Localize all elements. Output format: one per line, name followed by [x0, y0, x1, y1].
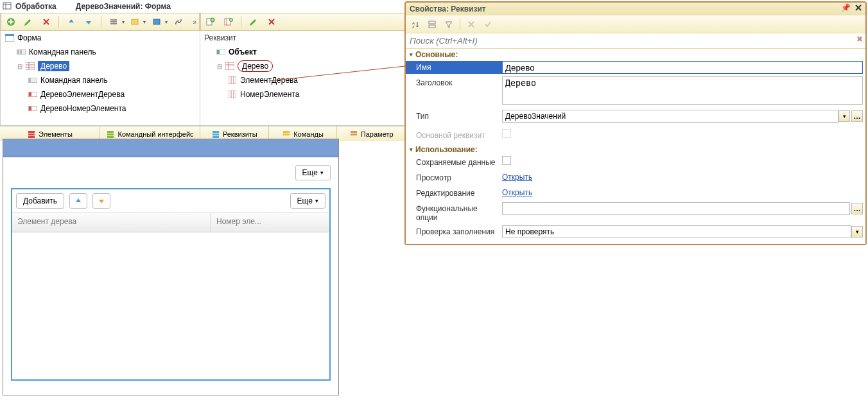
dropdown-icon: ▾ — [315, 198, 318, 204]
svg-rect-0 — [3, 3, 11, 9]
svg-rect-50 — [283, 134, 290, 135]
prop-check-label: Проверка заполнения — [406, 225, 502, 238]
search-input[interactable] — [406, 33, 865, 48]
section-main[interactable]: Основные: — [406, 49, 865, 60]
prop-name-input[interactable] — [502, 61, 863, 74]
add-col-button[interactable] — [221, 15, 236, 29]
svg-rect-5 — [110, 21, 117, 22]
stack-icon — [349, 130, 358, 139]
table-body[interactable] — [12, 232, 329, 379]
prop-func-label: Функциональные опции — [406, 202, 502, 224]
prop-title-input[interactable] — [502, 76, 863, 105]
edit-link[interactable]: Открыть — [502, 187, 532, 198]
func-select[interactable] — [502, 202, 850, 215]
dropdown-button[interactable]: ▾ — [838, 110, 850, 122]
tree-item-object[interactable]: Объект — [200, 45, 405, 59]
ellipsis-button[interactable]: … — [851, 203, 863, 214]
svg-rect-52 — [351, 134, 357, 135]
properties-panel: Свойства: Реквизит 📌 AZ ✖ Основные: Имя … — [404, 1, 867, 245]
table-icon — [25, 62, 35, 71]
pin-button[interactable]: 📌 — [840, 3, 851, 13]
categories-button[interactable] — [425, 17, 439, 31]
check-select[interactable]: Не проверять — [502, 225, 851, 238]
field-icon — [28, 104, 38, 113]
dropdown-icon[interactable]: ▾ — [122, 19, 125, 25]
svg-rect-46 — [213, 131, 219, 133]
select-value: Не проверять — [505, 227, 554, 236]
move-up-button[interactable] — [64, 15, 78, 29]
tab-params[interactable]: Параметр — [337, 126, 406, 141]
close-button[interactable] — [853, 3, 864, 13]
tree-label: Объект — [229, 48, 257, 56]
mainreq-checkbox — [502, 129, 511, 138]
ellipsis-button[interactable]: … — [851, 110, 863, 122]
panel-blue-button[interactable] — [150, 15, 164, 29]
table-icon — [225, 62, 235, 71]
tree-item-tree[interactable]: ⊟ Дерево — [1, 59, 200, 73]
column-header-element[interactable]: Элемент дерева — [12, 213, 211, 232]
prop-type-select[interactable]: ДеревоЗначений — [502, 110, 838, 123]
toolbar-icon — [28, 76, 38, 85]
tree-label: Командная панель — [29, 48, 96, 56]
tree-item-form[interactable]: Форма — [1, 31, 200, 45]
svg-rect-43 — [107, 131, 114, 133]
svg-rect-37 — [229, 91, 236, 98]
more-button[interactable]: Еще▾ — [295, 165, 331, 180]
view-link[interactable]: Открыть — [502, 171, 532, 183]
dropdown-icon: ▾ — [320, 169, 324, 176]
panel-yellow-button[interactable] — [128, 15, 143, 29]
more-icon[interactable]: » — [193, 19, 196, 26]
add-req-button[interactable] — [204, 15, 218, 29]
dropdown-icon[interactable]: ▾ — [143, 19, 146, 25]
clear-search-icon[interactable]: ✖ — [856, 35, 863, 44]
svg-rect-31 — [225, 62, 234, 70]
delete-prop-button[interactable] — [464, 17, 478, 31]
add-button[interactable] — [4, 15, 18, 29]
tab-label: Командный интерфейс — [117, 130, 193, 138]
tab-label: Реквизиты — [223, 130, 257, 138]
tree-item-number[interactable]: ДеревоНомерЭлемента — [1, 101, 200, 116]
tree-label: ДеревоНомерЭлемента — [40, 104, 126, 113]
ok-button[interactable] — [481, 17, 495, 31]
column-icon — [227, 76, 238, 85]
dropdown-icon[interactable]: ▾ — [165, 19, 168, 25]
btn-label: Еще — [302, 168, 318, 177]
link-button[interactable] — [171, 15, 186, 29]
move-up-button[interactable] — [69, 193, 87, 209]
tree-item-cmdpanel2[interactable]: Командная панель — [1, 73, 200, 87]
more-button[interactable]: Еще▾ — [290, 193, 326, 209]
tree-item-cmdpanel[interactable]: Командная панель — [1, 45, 200, 59]
delete-req-button[interactable] — [265, 15, 279, 29]
svg-rect-10 — [5, 34, 14, 36]
tree-label: ДеревоЭлементДерева — [40, 90, 125, 99]
tree-item-tree-req[interactable]: ⊟ Дерево — [200, 59, 405, 73]
sort-button[interactable]: AZ — [408, 17, 422, 31]
move-down-button[interactable] — [82, 15, 96, 29]
svg-rect-44 — [107, 134, 114, 135]
svg-text:Z: Z — [412, 25, 415, 29]
edit-req-button[interactable] — [247, 15, 261, 29]
section-usage[interactable]: Использование: — [406, 144, 865, 155]
tab-label: Команды — [293, 130, 324, 138]
svg-rect-34 — [229, 76, 236, 84]
collapse-icon[interactable]: ⊟ — [16, 62, 24, 70]
dropdown-button[interactable]: ▾ — [851, 226, 863, 238]
tree-item-element[interactable]: ДеревоЭлементДерева — [1, 87, 200, 101]
svg-rect-45 — [107, 136, 114, 138]
add-row-button[interactable]: Добавить — [16, 193, 64, 209]
saved-checkbox[interactable] — [502, 156, 511, 165]
move-down-button[interactable] — [92, 193, 110, 209]
svg-rect-55 — [429, 21, 435, 24]
svg-rect-14 — [26, 62, 35, 70]
collapse-icon[interactable]: ⊟ — [216, 62, 223, 70]
delete-button[interactable] — [39, 15, 53, 29]
stack-icon — [27, 130, 36, 139]
edit-button[interactable] — [22, 15, 36, 29]
tree-item-nomel[interactable]: НомерЭлемента — [200, 87, 405, 101]
list-button[interactable] — [107, 15, 121, 29]
tree-item-eldereva[interactable]: ЭлементДерева — [200, 73, 405, 87]
form-preview: Еще▾ Добавить Еще▾ Элемент дерева Номер … — [3, 139, 339, 395]
column-header-number[interactable]: Номер эле... — [211, 213, 329, 232]
filter-button[interactable] — [442, 17, 456, 31]
tab-label: Элементы — [39, 130, 73, 138]
